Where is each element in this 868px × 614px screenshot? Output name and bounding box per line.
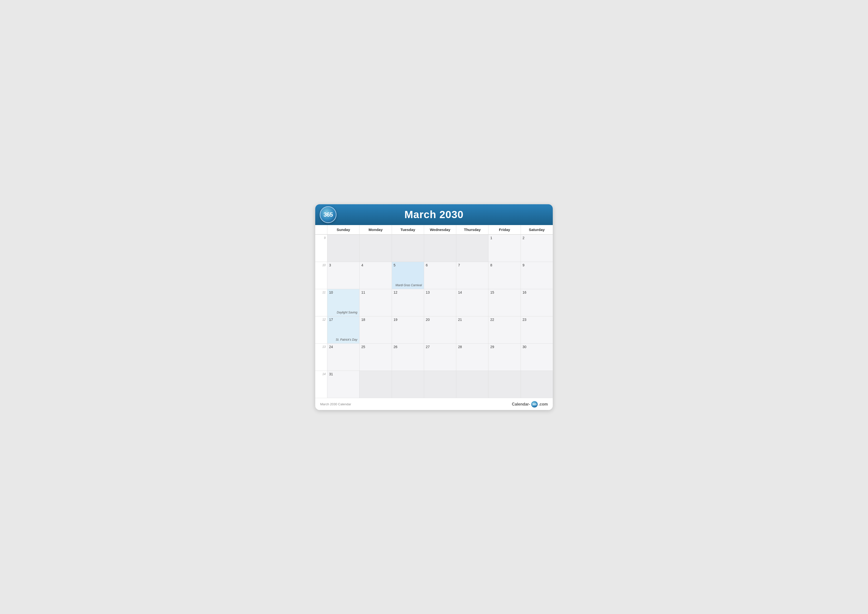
cal-day-26: 26 xyxy=(392,344,424,371)
day-number: 1 xyxy=(490,236,519,240)
day-number: 21 xyxy=(458,318,487,322)
cal-day-11: 11 xyxy=(359,289,391,316)
footer-brand: Calendar- 365 .com xyxy=(512,401,548,407)
cal-day-25: 25 xyxy=(359,344,391,371)
cal-day-empty xyxy=(392,371,424,398)
day-number: 12 xyxy=(394,291,422,294)
week-number: 10 xyxy=(315,262,327,289)
cal-day-16: 16 xyxy=(521,289,553,316)
cal-day-13: 13 xyxy=(424,289,456,316)
week-number: 11 xyxy=(315,289,327,316)
cal-day-8: 8 xyxy=(488,262,520,289)
week-number: 9 xyxy=(315,235,327,262)
day-header-tuesday: Tuesday xyxy=(392,225,424,234)
cal-day-30: 30 xyxy=(521,344,553,371)
cal-day-empty xyxy=(456,235,488,262)
day-number: 15 xyxy=(490,291,519,294)
day-number: 3 xyxy=(329,263,358,267)
calendar-title: March 2030 xyxy=(405,209,464,221)
day-number: 5 xyxy=(394,263,422,267)
cal-day-empty xyxy=(424,235,456,262)
cal-day-empty xyxy=(424,371,456,398)
cal-day-15: 15 xyxy=(488,289,520,316)
day-header-saturday: Saturday xyxy=(521,225,553,234)
day-number: 17 xyxy=(329,318,358,322)
cal-day-empty xyxy=(488,371,520,398)
cal-day-empty xyxy=(456,371,488,398)
cal-day-9: 9 xyxy=(521,262,553,289)
cal-day-22: 22 xyxy=(488,316,520,344)
day-number: 25 xyxy=(361,345,390,349)
day-number: 7 xyxy=(458,263,487,267)
event-label: Daylight Saving xyxy=(337,311,357,314)
day-header-monday: Monday xyxy=(359,225,391,234)
cal-day-14: 14 xyxy=(456,289,488,316)
cal-day-18: 18 xyxy=(359,316,391,344)
event-label: Mardi Gras Carnival xyxy=(395,283,422,287)
day-header-thursday: Thursday xyxy=(456,225,488,234)
brand-prefix: Calendar- xyxy=(512,402,530,407)
cal-day-2: 2 xyxy=(521,235,553,262)
footer-text: March 2030 Calendar xyxy=(320,402,351,406)
cal-day-empty xyxy=(359,235,391,262)
cal-day-10: 10Daylight Saving xyxy=(327,289,359,316)
day-number: 28 xyxy=(458,345,487,349)
day-number: 27 xyxy=(426,345,454,349)
day-number: 14 xyxy=(458,291,487,294)
day-number: 22 xyxy=(490,318,519,322)
cal-day-6: 6 xyxy=(424,262,456,289)
cal-day-3: 3 xyxy=(327,262,359,289)
day-header-wednesday: Wednesday xyxy=(424,225,456,234)
day-number: 19 xyxy=(394,318,422,322)
day-header-sunday: Sunday xyxy=(327,225,359,234)
cal-day-empty xyxy=(392,235,424,262)
cal-day-19: 19 xyxy=(392,316,424,344)
cal-day-24: 24 xyxy=(327,344,359,371)
cal-day-17: 17St. Patrick's Day xyxy=(327,316,359,344)
day-number: 18 xyxy=(361,318,390,322)
day-number: 30 xyxy=(522,345,551,349)
cal-day-1: 1 xyxy=(488,235,520,262)
day-number: 11 xyxy=(361,291,390,294)
cal-day-29: 29 xyxy=(488,344,520,371)
event-label: St. Patrick's Day xyxy=(336,338,358,341)
week-number: 14 xyxy=(315,371,327,398)
day-number: 13 xyxy=(426,291,454,294)
day-number: 6 xyxy=(426,263,454,267)
day-number: 10 xyxy=(329,291,358,294)
day-number: 20 xyxy=(426,318,454,322)
cal-day-4: 4 xyxy=(359,262,391,289)
day-number: 29 xyxy=(490,345,519,349)
cal-day-12: 12 xyxy=(392,289,424,316)
day-number: 8 xyxy=(490,263,519,267)
brand-badge-icon: 365 xyxy=(531,401,538,407)
cal-day-21: 21 xyxy=(456,316,488,344)
week-number: 12 xyxy=(315,316,327,344)
cal-day-empty xyxy=(327,235,359,262)
cal-day-23: 23 xyxy=(521,316,553,344)
brand-suffix: .com xyxy=(539,402,548,407)
day-number: 16 xyxy=(522,291,551,294)
cal-day-empty xyxy=(359,371,391,398)
calendar-grid: 91210345Mardi Gras Carnival67891110Dayli… xyxy=(315,235,553,398)
week-num-header xyxy=(315,225,327,234)
day-number: 2 xyxy=(522,236,551,240)
day-number: 31 xyxy=(329,372,358,376)
day-header-friday: Friday xyxy=(488,225,520,234)
calendar-container: 365 March 2030 SundayMondayTuesdayWednes… xyxy=(315,204,553,410)
cal-day-27: 27 xyxy=(424,344,456,371)
day-number: 9 xyxy=(522,263,551,267)
day-number: 24 xyxy=(329,345,358,349)
cal-day-31: 31 xyxy=(327,371,359,398)
cal-day-5: 5Mardi Gras Carnival xyxy=(392,262,424,289)
day-number: 23 xyxy=(522,318,551,322)
cal-day-28: 28 xyxy=(456,344,488,371)
cal-day-20: 20 xyxy=(424,316,456,344)
day-number: 4 xyxy=(361,263,390,267)
calendar-header: 365 March 2030 xyxy=(315,204,553,225)
logo-badge: 365 xyxy=(320,206,336,223)
calendar-footer: March 2030 Calendar Calendar- 365 .com xyxy=(315,398,553,410)
week-number: 13 xyxy=(315,344,327,371)
day-number: 26 xyxy=(394,345,422,349)
day-headers-row: SundayMondayTuesdayWednesdayThursdayFrid… xyxy=(315,225,553,235)
